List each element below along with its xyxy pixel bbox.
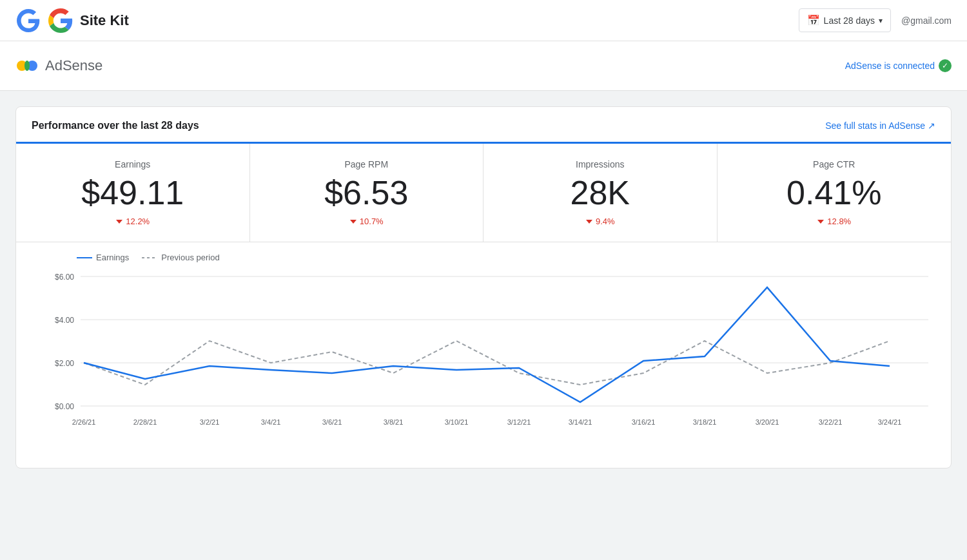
- card-title: Performance over the last 28 days: [32, 120, 199, 131]
- stat-change-value: 10.7%: [360, 217, 384, 226]
- legend-current-label: Earnings: [96, 253, 129, 262]
- site-kit-label: Site Kit: [80, 12, 129, 29]
- stat-label: Impressions: [499, 159, 701, 169]
- date-range-label: Last 28 days: [824, 15, 875, 26]
- svg-text:3/24/21: 3/24/21: [878, 418, 902, 426]
- chart-container: Earnings Previous period $6.00 $4.00 $2.…: [16, 242, 951, 468]
- stat-label: Page RPM: [266, 159, 468, 169]
- stats-row: Earnings $49.11 12.2% Page RPM $6.53 10.…: [16, 144, 951, 242]
- stat-label: Earnings: [32, 159, 234, 169]
- adsense-icon: [15, 54, 39, 77]
- chevron-down-icon: ▾: [879, 16, 883, 25]
- legend-earnings: Earnings: [77, 253, 129, 262]
- legend-previous: Previous period: [142, 253, 219, 262]
- svg-text:3/8/21: 3/8/21: [384, 418, 404, 426]
- google-g-icon: [15, 8, 41, 34]
- dashed-line-icon: [142, 257, 157, 258]
- stat-value: 28K: [499, 175, 701, 211]
- adsense-logo: AdSense: [15, 54, 103, 77]
- stat-cell-impressions: Impressions 28K 9.4%: [484, 144, 718, 242]
- stat-label: Page CTR: [733, 159, 936, 169]
- svg-text:3/20/21: 3/20/21: [756, 418, 779, 426]
- chart-legend: Earnings Previous period: [32, 253, 935, 262]
- svg-text:3/6/21: 3/6/21: [322, 418, 342, 426]
- adsense-banner: AdSense AdSense is connected ✓: [0, 41, 967, 91]
- svg-text:3/22/21: 3/22/21: [819, 418, 843, 426]
- stat-change-value: 12.2%: [126, 217, 150, 226]
- stat-change: 10.7%: [266, 217, 468, 226]
- earnings-chart: $6.00 $4.00 $2.00 $0.00 2/26/21 2/28/21 …: [32, 270, 935, 450]
- calendar-icon: 📅: [807, 14, 820, 26]
- stat-value: $49.11: [32, 175, 234, 211]
- stat-change-value: 12.8%: [827, 217, 851, 226]
- check-circle-icon: ✓: [939, 59, 952, 72]
- solid-line-icon: [77, 257, 92, 258]
- stat-value: 0.41%: [733, 175, 936, 211]
- adsense-name-text: AdSense: [45, 57, 103, 74]
- google-icon: [48, 8, 73, 33]
- stat-change: 9.4%: [499, 217, 701, 226]
- legend-previous-label: Previous period: [161, 253, 219, 262]
- down-arrow-icon: [349, 218, 357, 226]
- svg-text:3/14/21: 3/14/21: [569, 418, 592, 426]
- full-stats-label: See full stats in AdSense: [825, 121, 925, 131]
- stat-cell-page-ctr: Page CTR 0.41% 12.8%: [718, 144, 952, 242]
- full-stats-link[interactable]: See full stats in AdSense ↗: [825, 121, 935, 131]
- down-arrow-icon: [585, 218, 593, 226]
- svg-text:2/28/21: 2/28/21: [133, 418, 157, 426]
- down-arrow-icon: [817, 218, 825, 226]
- stat-change: 12.8%: [733, 217, 936, 226]
- chart-area: $6.00 $4.00 $2.00 $0.00 2/26/21 2/28/21 …: [32, 270, 935, 452]
- svg-text:3/12/21: 3/12/21: [507, 418, 531, 426]
- stat-cell-page-rpm: Page RPM $6.53 10.7%: [250, 144, 484, 242]
- svg-text:$4.00: $4.00: [55, 316, 74, 325]
- svg-text:3/2/21: 3/2/21: [200, 418, 220, 426]
- app-header: Site Kit 📅 Last 28 days ▾ @gmail.com: [0, 0, 967, 41]
- svg-text:$6.00: $6.00: [55, 273, 74, 282]
- card-header: Performance over the last 28 days See fu…: [16, 107, 951, 144]
- connected-status: AdSense is connected ✓: [845, 59, 952, 72]
- stat-value: $6.53: [266, 175, 468, 211]
- user-email: @gmail.com: [901, 15, 952, 26]
- google-g-container: [48, 8, 73, 34]
- connected-text: AdSense is connected: [845, 61, 935, 71]
- svg-text:$2.00: $2.00: [55, 359, 74, 368]
- svg-text:3/4/21: 3/4/21: [261, 418, 281, 426]
- svg-text:2/26/21: 2/26/21: [72, 418, 96, 426]
- date-range-button[interactable]: 📅 Last 28 days ▾: [799, 8, 891, 32]
- main-content: Performance over the last 28 days See fu…: [0, 91, 967, 484]
- stat-change-value: 9.4%: [596, 217, 615, 226]
- external-link-icon: ↗: [928, 121, 935, 131]
- stat-change: 12.2%: [32, 217, 234, 226]
- svg-text:3/16/21: 3/16/21: [632, 418, 656, 426]
- performance-card: Performance over the last 28 days See fu…: [15, 106, 952, 468]
- svg-text:3/10/21: 3/10/21: [445, 418, 469, 426]
- header-right-area: 📅 Last 28 days ▾ @gmail.com: [799, 8, 952, 32]
- svg-point-3: [24, 61, 30, 71]
- site-kit-text-span: Site Kit: [80, 12, 129, 28]
- svg-text:3/18/21: 3/18/21: [693, 418, 717, 426]
- stat-cell-earnings: Earnings $49.11 12.2%: [16, 144, 250, 242]
- down-arrow-icon: [115, 218, 123, 226]
- logo-area: Site Kit: [15, 8, 129, 34]
- svg-text:$0.00: $0.00: [55, 402, 74, 411]
